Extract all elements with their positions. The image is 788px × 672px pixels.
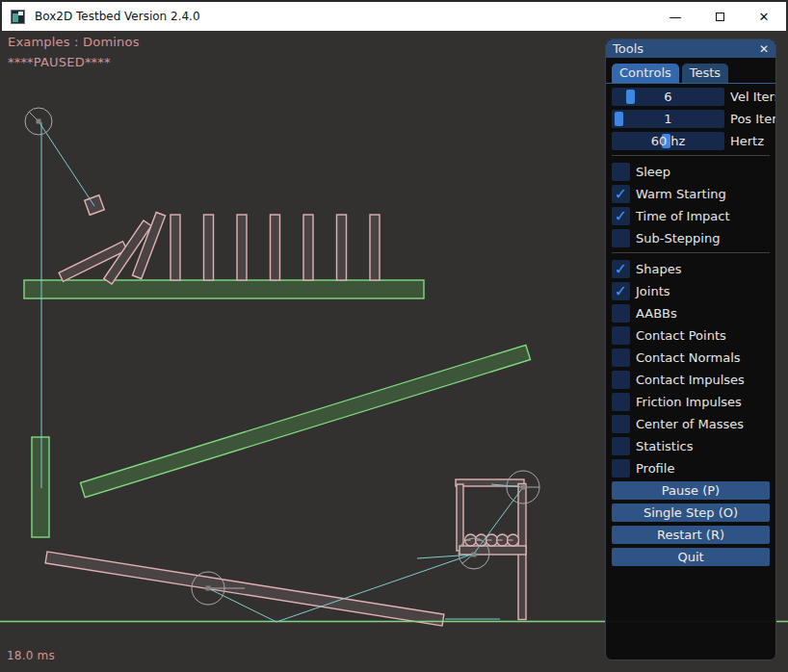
slider-value: 1 xyxy=(612,110,724,128)
checkbox-row: ✓Time of Impact xyxy=(612,207,770,225)
joint-anchor xyxy=(206,586,211,591)
joint-line xyxy=(39,121,94,206)
checkbox-label: Center of Masses xyxy=(636,417,744,431)
checkbox-sub-stepping[interactable] xyxy=(612,229,630,247)
checkbox-joints[interactable]: ✓ xyxy=(612,282,630,300)
angled-plank xyxy=(80,345,530,497)
checkbox-row: Contact Points xyxy=(612,326,770,345)
checkbox-label: AABBs xyxy=(636,306,677,321)
checkbox-warm-starting[interactable]: ✓ xyxy=(612,185,630,203)
checkbox-row: Statistics xyxy=(612,437,770,455)
checkbox-row: ✓Warm Starting xyxy=(612,185,770,203)
domino-platform xyxy=(24,280,424,298)
separator xyxy=(612,252,770,253)
tools-close-icon[interactable]: ✕ xyxy=(759,43,769,55)
maximize-icon xyxy=(716,13,724,21)
checkbox-label: Sleep xyxy=(636,165,670,179)
frame-shelf xyxy=(460,546,526,555)
checkbox-label: Shapes xyxy=(636,262,681,276)
restart-r-button[interactable]: Restart (R) xyxy=(612,526,770,544)
checkbox-row: Profile xyxy=(612,459,770,478)
checkbox-label: Sub-Stepping xyxy=(636,231,720,246)
domino-standing xyxy=(237,215,247,280)
checkbox-label: Friction Impulses xyxy=(636,395,742,409)
slider-row: 60 hzHertz xyxy=(612,132,770,150)
slider-label: Pos Iters xyxy=(730,112,776,126)
example-title: Examples : Dominos xyxy=(8,35,140,49)
check-icon: ✓ xyxy=(615,284,627,299)
domino-standing xyxy=(271,215,280,280)
separator xyxy=(612,155,770,156)
maximize-button[interactable] xyxy=(697,2,742,31)
window-titlebar: Box2D Testbed Version 2.4.0 — ✕ xyxy=(0,0,788,31)
slider-vel-iters[interactable]: 6 xyxy=(612,88,724,106)
tools-title: Tools xyxy=(613,41,644,56)
checkbox-label: Time of Impact xyxy=(636,209,730,223)
checkbox-contact-points[interactable] xyxy=(612,326,630,345)
check-icon: ✓ xyxy=(615,187,627,202)
frame-top-beam xyxy=(456,479,524,486)
checkbox-row: Sub-Stepping xyxy=(612,229,770,247)
single-step-o-button[interactable]: Single Step (O) xyxy=(612,504,770,522)
pause-p-button[interactable]: Pause (P) xyxy=(612,481,770,500)
checkbox-row: Contact Impulses xyxy=(612,371,770,389)
minimize-button[interactable]: — xyxy=(653,2,697,31)
joint-anchor xyxy=(37,119,41,124)
slider-pos-iters[interactable]: 1 xyxy=(612,110,724,128)
tab-bar: ControlsTests xyxy=(606,64,775,84)
checkbox-label: Joints xyxy=(636,284,670,298)
checkbox-row: ✓Shapes xyxy=(612,260,770,278)
slider-label: Vel Iters xyxy=(730,90,776,104)
slider-hertz[interactable]: 60 hz xyxy=(612,132,724,150)
tab-tests[interactable]: Tests xyxy=(682,64,728,83)
domino-standing xyxy=(171,215,180,280)
joint-anchor xyxy=(472,553,477,557)
quit-button[interactable]: Quit xyxy=(612,548,770,566)
checkbox-label: Contact Impulses xyxy=(636,373,745,387)
close-button[interactable]: ✕ xyxy=(742,2,786,31)
vertical-plank xyxy=(32,437,49,537)
slider-value: 6 xyxy=(612,88,724,106)
frame-left-post xyxy=(457,484,463,551)
check-icon: ✓ xyxy=(615,262,627,277)
simulation-canvas[interactable]: Examples : Dominos ****PAUSED**** 18.0 m… xyxy=(0,31,788,672)
joint-anchor xyxy=(521,485,526,490)
checkbox-row: ✓Joints xyxy=(612,282,770,300)
slider-value: 60 hz xyxy=(612,132,724,150)
checkbox-row: Friction Impulses xyxy=(612,393,770,411)
domino-standing xyxy=(337,215,347,280)
domino-standing xyxy=(303,215,313,280)
checkbox-statistics[interactable] xyxy=(612,437,630,455)
checkbox-sleep[interactable] xyxy=(612,163,630,181)
domino-standing xyxy=(370,215,380,280)
pendulum-bob xyxy=(85,195,105,216)
check-icon: ✓ xyxy=(615,209,627,224)
checkbox-label: Profile xyxy=(636,461,674,476)
slider-label: Hertz xyxy=(730,134,764,148)
tools-titlebar[interactable]: Tools ✕ xyxy=(606,39,775,58)
checkbox-row: Contact Normals xyxy=(612,349,770,367)
slider-row: 6Vel Iters xyxy=(612,88,770,106)
tools-window: Tools ✕ ControlsTests 6Vel Iters1Pos Ite… xyxy=(605,39,776,660)
checkbox-label: Warm Starting xyxy=(636,187,726,201)
checkbox-time-of-impact[interactable]: ✓ xyxy=(612,207,630,225)
checkbox-friction-impulses[interactable] xyxy=(612,393,630,411)
app-icon xyxy=(11,10,25,24)
checkbox-label: Contact Points xyxy=(636,328,726,343)
checkbox-aabbs[interactable] xyxy=(612,304,630,323)
checkbox-profile[interactable] xyxy=(612,459,630,478)
checkbox-contact-normals[interactable] xyxy=(612,349,630,367)
paused-indicator: ****PAUSED**** xyxy=(8,55,111,69)
slider-row: 1Pos Iters xyxy=(612,110,770,128)
checkbox-label: Statistics xyxy=(636,439,693,453)
checkbox-contact-impulses[interactable] xyxy=(612,371,630,389)
checkbox-shapes[interactable]: ✓ xyxy=(612,260,630,278)
tab-controls[interactable]: Controls xyxy=(612,64,679,83)
checkbox-row: Center of Masses xyxy=(612,415,770,433)
domino-standing xyxy=(204,215,214,280)
checkbox-label: Contact Normals xyxy=(636,350,741,365)
window-title: Box2D Testbed Version 2.4.0 xyxy=(35,10,200,23)
frame-time-status: 18.0 ms xyxy=(7,649,55,662)
checkbox-center-of-masses[interactable] xyxy=(612,415,630,433)
checkbox-row: Sleep xyxy=(612,163,770,181)
